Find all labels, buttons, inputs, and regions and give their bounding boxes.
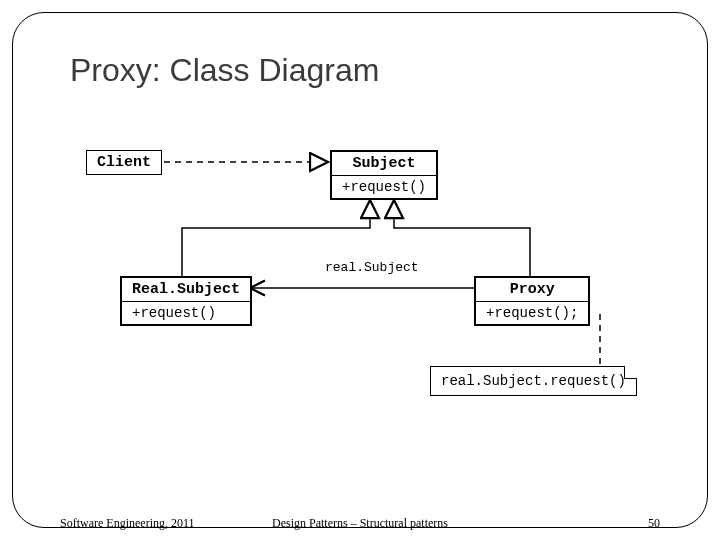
class-realsubject-op: +request()	[122, 302, 250, 324]
class-client-name: Client	[87, 151, 161, 174]
class-subject-op: +request()	[332, 176, 436, 198]
class-realsubject: Real.Subject +request()	[120, 276, 252, 326]
class-proxy-name: Proxy	[476, 278, 588, 301]
footer-center: Design Patterns – Structural patterns	[0, 516, 720, 531]
footer-page: 50	[648, 516, 660, 531]
class-subject-name: Subject	[332, 152, 436, 175]
class-proxy: Proxy +request();	[474, 276, 590, 326]
class-proxy-op: +request();	[476, 302, 588, 324]
note-body: real.Subject.request()	[441, 373, 626, 389]
slide-title: Proxy: Class Diagram	[70, 52, 379, 89]
uml-diagram: Client Subject +request() Real.Subject +…	[70, 148, 650, 408]
note-box: real.Subject.request()	[430, 366, 637, 396]
class-realsubject-name: Real.Subject	[122, 278, 250, 301]
assoc-label: real.Subject	[325, 260, 419, 275]
class-subject: Subject +request()	[330, 150, 438, 200]
class-client: Client	[86, 150, 162, 175]
